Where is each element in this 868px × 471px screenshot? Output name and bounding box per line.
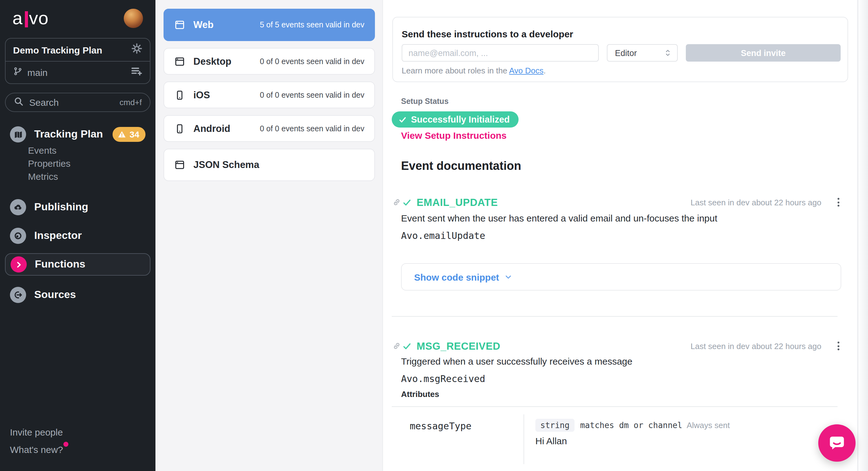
whats-new-label: What's new? xyxy=(10,444,63,455)
search-shortcut: cmd+f xyxy=(119,98,142,107)
logo-text-right: vo xyxy=(29,9,49,27)
source-name: Web xyxy=(193,19,260,30)
user-avatar[interactable] xyxy=(124,9,143,28)
arrow-out-icon xyxy=(10,287,26,303)
setup-status-label: Setup Status xyxy=(401,97,448,106)
avo-logo: avo xyxy=(12,9,49,27)
link-icon[interactable] xyxy=(392,342,401,353)
sidebar-item-label: Sources xyxy=(34,289,146,301)
avo-docs-link[interactable]: Avo Docs xyxy=(509,66,544,75)
sidebar-item-metrics[interactable]: Metrics xyxy=(28,170,70,183)
search-icon xyxy=(14,96,24,109)
chat-bubble-icon xyxy=(828,434,846,452)
attribute-type-chip: string xyxy=(535,419,575,432)
snippet-toggle-label: Show code snippet xyxy=(414,272,499,282)
source-card-web[interactable]: Web 5 of 5 events seen valid in dev xyxy=(163,9,375,41)
event-name: EMAIL_UPDATE xyxy=(416,196,498,208)
search-input[interactable]: Search cmd+f xyxy=(5,93,151,112)
source-card-android[interactable]: Android 0 of 0 events seen valid in dev xyxy=(163,115,375,142)
cloud-upload-icon xyxy=(10,199,26,215)
search-placeholder: Search xyxy=(29,97,119,108)
source-name: JSON Schema xyxy=(193,159,364,171)
attributes-table-divider xyxy=(392,406,838,407)
branch-icon xyxy=(13,66,22,79)
event-header-msg-received: MSG_RECEIVED Last seen in dev about 22 h… xyxy=(401,340,841,352)
event-code: Avo.emailUpdate xyxy=(401,230,485,242)
logo-pink-bar xyxy=(25,11,28,27)
gear-icon[interactable] xyxy=(131,43,143,57)
attribute-details: string matches dm or channel Always sent… xyxy=(535,419,730,446)
check-icon xyxy=(402,341,412,351)
source-name: Android xyxy=(193,123,260,134)
view-setup-instructions-link[interactable]: View Setup Instructions xyxy=(401,129,507,141)
mobile-icon xyxy=(174,123,185,134)
source-name: iOS xyxy=(193,89,260,100)
source-card-desktop[interactable]: Desktop 0 of 0 events seen valid in dev xyxy=(163,48,375,75)
sidebar-item-label: Inspector xyxy=(34,230,146,242)
source-status: 0 of 0 events seen valid in dev xyxy=(260,124,364,133)
sidebar-item-publishing[interactable]: Publishing xyxy=(0,199,155,215)
browser-icon xyxy=(174,19,185,30)
sidebar-item-tracking-plan[interactable]: Tracking Plan 34 xyxy=(0,126,155,143)
source-list: Web 5 of 5 events seen valid in dev Desk… xyxy=(163,9,375,181)
right-gutter xyxy=(859,0,868,471)
event-last-seen: Last seen in dev about 22 hours ago xyxy=(690,198,822,207)
sidebar-item-label: Tracking Plan xyxy=(34,128,113,141)
sidebar-item-properties[interactable]: Properties xyxy=(28,157,70,170)
workspace-name-row[interactable]: Demo Tracking Plan xyxy=(6,38,150,61)
branch-name: main xyxy=(27,67,131,78)
invite-card: Send these instructions to a developer E… xyxy=(392,17,848,82)
workspace-box: Demo Tracking Plan main xyxy=(5,38,151,84)
sidebar-item-events[interactable]: Events xyxy=(28,144,70,157)
event-description: Triggered when a user successfully recei… xyxy=(401,355,632,368)
issues-badge[interactable]: 34 xyxy=(113,127,146,142)
show-code-snippet-toggle[interactable]: Show code snippet xyxy=(401,263,841,291)
chat-launcher-button[interactable] xyxy=(818,424,856,462)
main-panel: Send these instructions to a developer E… xyxy=(382,0,858,471)
branch-row[interactable]: main xyxy=(6,61,150,83)
invite-card-title: Send these instructions to a developer xyxy=(402,29,573,39)
setup-status-text: Successfully Initialized xyxy=(411,115,510,124)
source-card-json-schema[interactable]: JSON Schema xyxy=(163,149,375,181)
sidebar-item-label: Publishing xyxy=(34,201,146,213)
send-invite-button[interactable]: Send invite xyxy=(686,44,841,62)
sidebar-item-label: Functions xyxy=(35,258,145,271)
invite-people-link[interactable]: Invite people xyxy=(10,427,63,437)
sidebar-item-inspector[interactable]: Inspector xyxy=(0,228,155,244)
logo-text-left: a xyxy=(12,9,23,27)
mobile-icon xyxy=(174,89,185,100)
playlist-add-icon[interactable] xyxy=(131,65,143,80)
notification-dot xyxy=(64,442,69,447)
link-icon[interactable] xyxy=(392,198,401,209)
check-icon xyxy=(399,115,407,123)
source-status: 0 of 0 events seen valid in dev xyxy=(260,91,364,99)
attribute-constraint: matches dm or channel xyxy=(580,421,682,430)
invite-email-input[interactable] xyxy=(402,44,599,62)
sidebar-header: avo xyxy=(0,0,155,28)
sidebar: avo Demo Tracking Plan main xyxy=(0,0,155,471)
attributes-label: Attributes xyxy=(401,389,439,399)
whats-new-link[interactable]: What's new? xyxy=(10,444,63,455)
invite-note-suffix: . xyxy=(544,66,546,75)
app-window: avo Demo Tracking Plan main xyxy=(0,0,868,471)
event-documentation-heading: Event documentation xyxy=(401,159,521,173)
chevron-right-icon xyxy=(10,256,27,272)
sidebar-item-functions[interactable]: Functions xyxy=(5,253,151,276)
sidebar-footer: Invite people What's new? xyxy=(10,427,63,455)
setup-status-badge: Successfully Initialized xyxy=(392,111,519,127)
kebab-menu-icon[interactable] xyxy=(835,197,841,207)
source-card-ios[interactable]: iOS 0 of 0 events seen valid in dev xyxy=(163,82,375,108)
attribute-example: Hi Allan xyxy=(535,436,730,446)
attributes-table-vline xyxy=(524,414,524,464)
event-code: Avo.msgReceived xyxy=(401,373,485,385)
event-header-email-update: EMAIL_UPDATE Last seen in dev about 22 h… xyxy=(401,196,841,208)
role-select[interactable]: Editor xyxy=(607,44,678,62)
attribute-name: messageType xyxy=(410,421,472,432)
event-name: MSG_RECEIVED xyxy=(416,340,500,352)
map-icon xyxy=(10,126,26,143)
invite-note: Learn more about roles in the Avo Docs. xyxy=(402,66,546,75)
workspace-name: Demo Tracking Plan xyxy=(13,45,131,55)
chevron-down-icon xyxy=(504,273,512,281)
sidebar-item-sources[interactable]: Sources xyxy=(0,287,155,303)
kebab-menu-icon[interactable] xyxy=(835,341,841,351)
